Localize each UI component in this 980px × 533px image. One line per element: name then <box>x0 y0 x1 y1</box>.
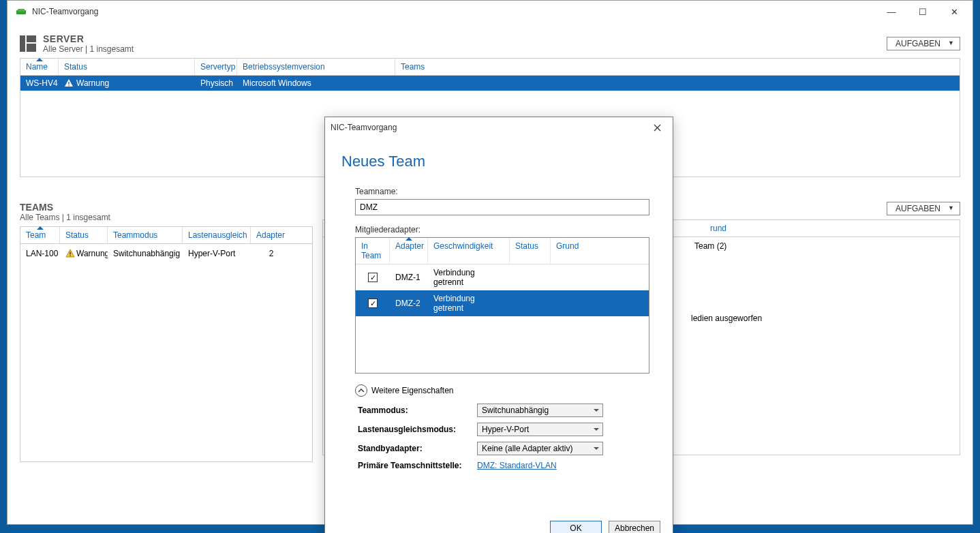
teamname-input[interactable] <box>355 199 649 215</box>
dialog-title: NIC-Teamvorgang <box>331 123 647 132</box>
adapter-speed: Verbindung getrennt <box>428 266 510 289</box>
adapter-col-status[interactable]: Status <box>510 238 551 264</box>
adapter-col-speed[interactable]: Geschwindigkeit <box>428 238 510 264</box>
teams-row-adapters: 2 <box>251 246 292 261</box>
svg-rect-1 <box>18 9 25 12</box>
adapter-checkbox[interactable] <box>368 273 378 282</box>
adapter-list: In Team Adapter Geschwindigkeit Status G… <box>355 237 649 374</box>
app-icon <box>16 6 27 17</box>
window-title: NIC-Teamvorgang <box>32 7 876 16</box>
dialog-titlebar[interactable]: NIC-Teamvorgang <box>325 117 673 138</box>
maximize-button[interactable]: ☐ <box>907 1 938 22</box>
server-table-header: Name Status Servertyp Betriebssystemvers… <box>20 58 960 75</box>
prop-row-primary: Primäre Teamschnittstelle: DMZ: Standard… <box>358 461 656 472</box>
ok-button[interactable]: OK <box>550 521 602 533</box>
more-properties-expander[interactable]: Weitere Eigenschaften <box>355 384 656 397</box>
chevron-up-icon <box>355 384 367 397</box>
teams-col-mode[interactable]: Teammodus <box>108 227 183 243</box>
server-col-name[interactable]: Name <box>20 59 59 75</box>
members-label: Mitgliederadapter: <box>355 225 649 234</box>
svg-rect-5 <box>70 256 70 256</box>
svg-rect-4 <box>70 252 70 255</box>
teams-row-status: Warnung <box>60 246 108 261</box>
adapter-row[interactable]: DMZ-1 Verbindung getrennt <box>356 264 649 290</box>
server-col-os[interactable]: Betriebssystemversion <box>237 59 395 75</box>
close-button[interactable]: ✕ <box>938 1 970 22</box>
standby-label: Standbyadapter: <box>358 444 477 453</box>
server-section-header: SERVER Alle Server | 1 insgesamt AUFGABE… <box>20 33 960 54</box>
server-col-type[interactable]: Servertyp <box>195 59 237 75</box>
lb-select[interactable]: Hyper-V-Port <box>477 423 603 436</box>
dialog-heading: Neues Team <box>341 153 656 170</box>
adapter-name: DMZ-2 <box>390 296 428 310</box>
server-row-type: Physisch <box>195 76 237 91</box>
teams-col-team[interactable]: Team <box>20 227 60 243</box>
standby-select[interactable]: Keine (alle Adapter aktiv) <box>477 442 603 455</box>
server-row-os: Microsoft Windows <box>237 76 395 91</box>
teams-row-team: LAN-100 <box>20 246 60 261</box>
server-section-icon <box>20 35 36 52</box>
server-section-subtitle: Alle Server | 1 insgesamt <box>43 44 134 54</box>
server-row-status: Warnung <box>59 76 195 91</box>
main-area: SERVER Alle Server | 1 insgesamt AUFGABE… <box>7 22 973 524</box>
new-team-dialog: NIC-Teamvorgang Neues Team Teamname: Mit… <box>324 117 673 533</box>
server-row-name: WS-HV4 <box>20 76 59 91</box>
svg-rect-2 <box>68 82 69 85</box>
warning-icon <box>64 78 74 88</box>
svg-rect-3 <box>68 85 69 86</box>
adapter-checkbox[interactable] <box>368 299 378 308</box>
dialog-footer: OK Abbrechen <box>325 515 673 533</box>
main-window: NIC-Teamvorgang — ☐ ✕ SERVER Alle Server… <box>7 0 973 525</box>
adapter-col-adapter[interactable]: Adapter <box>390 238 428 264</box>
adapter-row[interactable]: DMZ-2 Verbindung getrennt <box>356 290 649 316</box>
server-tasks-button[interactable]: AUFGABEN <box>887 37 960 50</box>
teams-section-subtitle: Alle Teams | 1 insgesamt <box>20 213 110 222</box>
server-col-teams[interactable]: Teams <box>395 59 960 75</box>
adapters-tasks-button[interactable]: AUFGABEN <box>887 202 960 215</box>
server-col-status[interactable]: Status <box>59 59 195 75</box>
teams-row[interactable]: LAN-100 Warnung Switchunabhängig Hyper-V… <box>20 244 312 263</box>
cancel-button[interactable]: Abbrechen <box>609 521 660 533</box>
teams-panel: TEAMS Alle Teams | 1 insgesamt Team Stat… <box>20 194 313 462</box>
primary-label: Primäre Teamschnittstelle: <box>358 461 477 472</box>
right-col-rund[interactable]: rund <box>705 220 960 237</box>
close-icon <box>654 124 661 132</box>
prop-row-mode: Teammodus: Switchunabhängig <box>358 403 656 417</box>
teams-section-title: TEAMS <box>20 202 110 213</box>
prop-row-lb: Lastenausgleichsmodus: Hyper-V-Port <box>358 423 656 436</box>
minimize-button[interactable]: — <box>876 1 907 22</box>
teams-col-adapter[interactable]: Adapter <box>251 227 312 243</box>
teams-table-header: Team Status Teammodus Lastenausgleich Ad… <box>20 226 313 244</box>
adapter-name: DMZ-1 <box>390 271 428 284</box>
teams-row-mode: Switchunabhängig <box>108 246 183 261</box>
primary-interface-link[interactable]: DMZ: Standard-VLAN <box>477 461 557 470</box>
adapter-col-reason[interactable]: Grund <box>551 238 649 264</box>
mode-select[interactable]: Switchunabhängig <box>477 403 603 417</box>
teamname-label: Teamname: <box>355 187 649 196</box>
teams-col-status[interactable]: Status <box>60 227 108 243</box>
teams-row-lb: Hyper-V-Port <box>183 246 251 261</box>
dialog-close-button[interactable] <box>647 119 667 136</box>
adapter-list-header: In Team Adapter Geschwindigkeit Status G… <box>356 238 649 264</box>
server-row[interactable]: WS-HV4 Warnung Physisch Microsoft Window… <box>20 76 960 91</box>
teams-table-body: LAN-100 Warnung Switchunabhängig Hyper-V… <box>20 244 313 462</box>
lb-label: Lastenausgleichsmodus: <box>358 425 477 434</box>
server-section-title: SERVER <box>43 33 134 44</box>
adapter-col-inteam[interactable]: In Team <box>356 238 390 264</box>
adapter-speed: Verbindung getrennt <box>428 292 510 315</box>
prop-row-standby: Standbyadapter: Keine (alle Adapter akti… <box>358 442 656 455</box>
mode-label: Teammodus: <box>358 406 477 415</box>
warning-icon <box>65 249 75 258</box>
teams-col-lb[interactable]: Lastenausgleich <box>183 227 251 243</box>
titlebar: NIC-Teamvorgang — ☐ ✕ <box>7 1 973 22</box>
